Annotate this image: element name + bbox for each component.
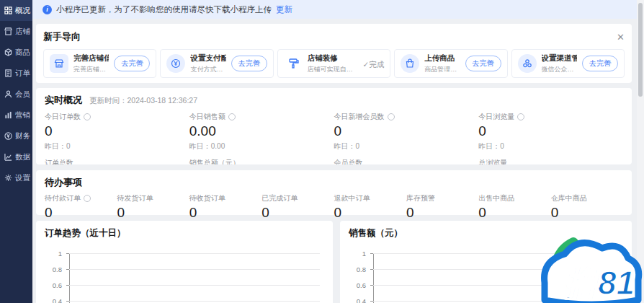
go-complete-button[interactable]: 去完善 — [231, 56, 267, 71]
info-icon: i — [43, 5, 52, 14]
y-tick-label: 0.8 — [349, 265, 366, 273]
sidebar-item-members[interactable]: 会员 — [0, 84, 32, 105]
guide-card-title: 设置支付配置 — [190, 53, 225, 63]
info-icon — [228, 113, 236, 120]
y-tick-label: 0.6 — [349, 281, 366, 289]
info-icon — [84, 113, 91, 120]
orders-icon — [4, 69, 12, 77]
guide-card-title: 完善店铺信息 — [73, 53, 109, 63]
done-status: ✓完成 — [362, 60, 384, 69]
guide-card-desc: 完善店铺图标信息等 — [73, 65, 109, 74]
stat-today-new-members: 今日新增会员数 0 昨日：0 — [334, 112, 479, 152]
guide-card-desc: 店铺可实现自定义模板装修 — [308, 65, 358, 74]
sidebar-item-label: 商品 — [15, 48, 30, 58]
go-complete-button[interactable]: 去完善 — [114, 56, 150, 71]
stat-today-pageviews: 今日浏览量 0 昨日：0 — [478, 112, 623, 152]
sidebar-item-overview[interactable]: 概况 — [0, 0, 32, 21]
sidebar-item-marketing[interactable]: 营销 — [0, 105, 32, 126]
goods-icon — [4, 48, 12, 56]
todo-panel: 待办事项 待付款订单 0 待发货订单 0 待收货订单 0 已完成订单 0 退款中… — [36, 170, 632, 215]
info-icon — [388, 113, 395, 120]
todo-value: 0 — [261, 206, 334, 221]
todo-warehouse-goods: 仓库中商品 0 — [551, 193, 623, 221]
sidebar-item-label: 财务 — [15, 131, 30, 141]
sidebar-item-settings[interactable]: 设置 — [0, 167, 32, 188]
stat-value: 0 — [478, 124, 623, 139]
sidebar-item-label: 概况 — [15, 6, 30, 16]
scrollbar-thumb[interactable] — [638, 3, 643, 97]
y-tick-label: 1 — [45, 250, 62, 258]
notice-text: 小程序已更新，为了不影响您的使用请尽快下载小程序上传 — [56, 4, 272, 15]
guide-card-payment: 设置支付配置 支付方式配置(支付宝/微信) 去完善 — [160, 49, 273, 78]
guide-card-desc: 商品管理中添加商品上传 — [424, 65, 460, 74]
dashboard-page: { "accent_color": "#3a77f6", "sidebar_bg… — [0, 0, 644, 303]
go-complete-button[interactable]: 去完善 — [582, 56, 618, 71]
stat-yesterday: 昨日：0 — [334, 141, 479, 152]
todo-title: 待办事项 — [45, 176, 623, 189]
todo-value: 0 — [406, 206, 478, 221]
guide-card-title: 设置渠道管理 — [542, 53, 577, 63]
sidebar-item-orders[interactable]: 订单 — [0, 63, 32, 84]
stat-yesterday: 昨日：0 — [478, 141, 623, 152]
overview-icon — [4, 6, 12, 14]
y-axis-line — [69, 253, 70, 303]
todo-pending-payment: 待付款订单 0 — [45, 193, 117, 221]
sidebar-item-label: 会员 — [15, 89, 30, 100]
guide-card-desc: 微信公众号/微信小程序 — [542, 65, 577, 74]
data-icon — [4, 153, 12, 161]
order-trend-chart: 1 0.8 0.6 0.4 — [45, 244, 324, 303]
stat-value: 0.00 — [189, 124, 334, 139]
finance-icon — [4, 132, 12, 140]
todo-row: 待付款订单 0 待发货订单 0 待收货订单 0 已完成订单 0 退款中订单 0 … — [45, 193, 623, 221]
y-tick-label: 0.6 — [45, 281, 62, 289]
y-tick-label: 0.8 — [45, 265, 62, 273]
shop-icon — [4, 27, 12, 35]
stat-today-orders: 今日订单数 0 昨日：0 — [45, 112, 189, 152]
todo-pending-shipment: 待发货订单 0 — [117, 193, 189, 221]
sidebar-item-label: 订单 — [15, 69, 30, 79]
sidebar-item-label: 营销 — [15, 110, 30, 120]
sidebar-item-goods[interactable]: 商品 — [0, 42, 32, 63]
info-icon — [84, 195, 91, 202]
guide-cards: 完善店铺信息 完善店铺图标信息等 去完善 设置支付配置 支付方式配置(支付宝/微… — [43, 49, 625, 78]
stat-total-sales: 销售总额（元） 0 — [189, 158, 334, 164]
storefront-icon — [50, 54, 68, 73]
channels-icon — [518, 54, 537, 73]
sidebar-item-shop[interactable]: 店铺 — [0, 21, 32, 42]
pay-icon — [166, 54, 185, 73]
guide-card-title: 上传商品 — [424, 53, 460, 63]
today-stats-row: 今日订单数 0 昨日：0 今日销售额 0.00 昨日：0.00 今日新增会员数 … — [45, 112, 623, 152]
todo-refunding-orders: 退款中订单 0 — [334, 193, 406, 221]
y-tick-label: 0.4 — [349, 297, 366, 303]
todo-value: 0 — [334, 206, 406, 221]
todo-value: 0 — [189, 206, 261, 221]
stat-today-sales: 今日销售额 0.00 昨日：0.00 — [189, 112, 334, 152]
todo-on-sale-goods: 出售中商品 0 — [478, 193, 550, 221]
sidebar-item-data[interactable]: 数据 — [0, 146, 32, 167]
guide-card-desc: 支付方式配置(支付宝/微信) — [190, 65, 225, 74]
logo-text: 撸81 — [564, 264, 635, 302]
todo-completed-orders: 已完成订单 0 — [261, 193, 334, 221]
chart-title: 订单趋势（近十日） — [45, 227, 324, 240]
realtime-overview-panel: 实时概况 更新时间：2024-03-18 12:36:27 今日订单数 0 昨日… — [36, 88, 632, 164]
stat-value: 0 — [45, 124, 189, 139]
update-notice-bar: i 小程序已更新，为了不影响您的使用请尽快下载小程序上传更新 — [32, 0, 644, 19]
total-stats-row: 订单总数 0 销售总额（元） 0 会员总数 0 总浏览量 0 — [45, 158, 623, 164]
sidebar-item-label: 店铺 — [15, 27, 30, 37]
stat-value: 0 — [334, 124, 479, 139]
todo-value: 0 — [45, 206, 117, 221]
update-link[interactable]: 更新 — [276, 4, 292, 15]
close-icon[interactable]: ✕ — [617, 32, 625, 42]
bag-icon — [401, 54, 419, 73]
guide-card-shop-info: 完善店铺信息 完善店铺图标信息等 去完善 — [43, 49, 156, 78]
members-icon — [4, 90, 12, 98]
todo-pending-receipt: 待收货订单 0 — [189, 193, 261, 221]
go-complete-button[interactable]: 去完善 — [465, 56, 501, 71]
settings-icon — [4, 174, 12, 182]
marketing-icon — [4, 111, 12, 119]
stat-total-members: 会员总数 0 — [334, 158, 479, 164]
stat-total-pageviews: 总浏览量 0 — [478, 158, 623, 164]
sidebar-item-finance[interactable]: 财务 — [0, 126, 32, 146]
todo-value: 0 — [551, 206, 623, 221]
todo-stock-warning: 库存预警 0 — [406, 193, 478, 221]
